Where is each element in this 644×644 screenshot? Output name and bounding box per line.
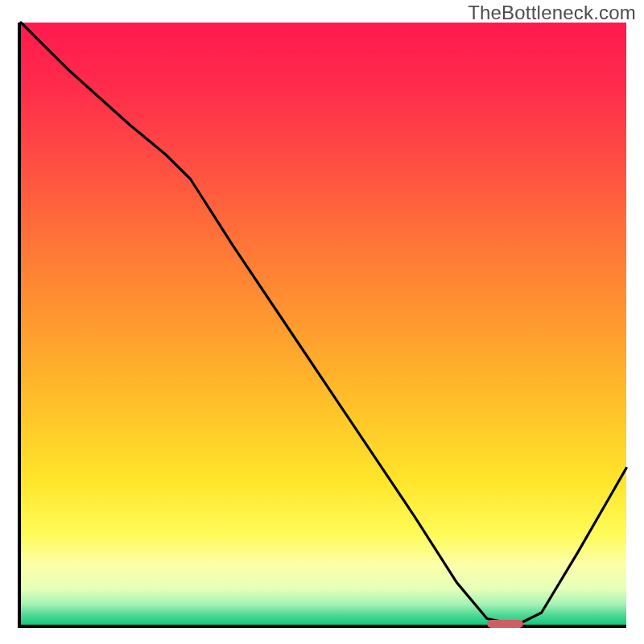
watermark-text: TheBottleneck.com <box>468 2 636 24</box>
bottleneck-curve <box>21 23 626 625</box>
optimal-range-marker <box>487 620 523 628</box>
plot-area <box>18 23 626 628</box>
chart-frame: TheBottleneck.com <box>0 0 644 644</box>
